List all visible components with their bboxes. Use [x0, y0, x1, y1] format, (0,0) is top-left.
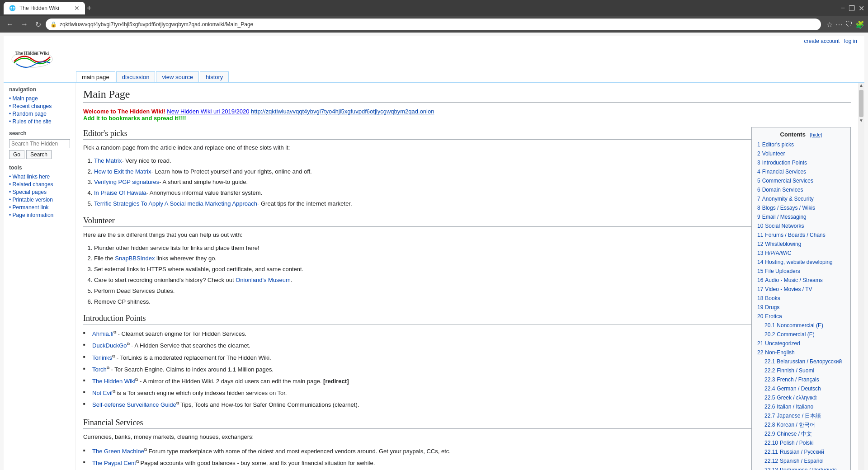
intro-link-ahmia[interactable]: Ahmia.fi: [92, 331, 113, 338]
reload-button[interactable]: ↻: [33, 19, 44, 31]
list-item: How to Exit the Matrix- Learn how to Pro…: [94, 167, 851, 177]
minimize-button[interactable]: −: [841, 4, 845, 12]
tool-related-changes[interactable]: Related changes: [9, 181, 70, 188]
list-item: DuckDuckGo⧉ - A Hidden Service that sear…: [83, 340, 851, 352]
login-link[interactable]: log in: [844, 38, 857, 44]
toc-item: 9Email / Messaging: [757, 213, 845, 221]
snap-bbs-link[interactable]: SnapBBSIndex: [115, 255, 155, 262]
toc-box: Contents [hide] 1Editor's picks2Voluntee…: [751, 127, 851, 470]
editors-picks-link-2[interactable]: How to Exit the Matrix: [94, 168, 151, 175]
tool-what-links[interactable]: What links here: [9, 174, 70, 180]
toc-link[interactable]: 1Editor's picks: [757, 141, 794, 148]
toc-link[interactable]: 11Forums / Boards / Chans: [757, 232, 826, 238]
toc-item: 18Books: [757, 294, 845, 302]
page-scrollbar[interactable]: ▲ ▼: [858, 83, 864, 470]
toc-link[interactable]: 16Audio - Music / Streams: [757, 277, 823, 283]
bookmarks-icon[interactable]: ☆: [826, 20, 833, 29]
intro-link-ddg[interactable]: DuckDuckGo: [92, 343, 127, 349]
toc-link[interactable]: 18Books: [757, 295, 780, 301]
menu-icon[interactable]: ⋯: [835, 20, 843, 29]
search-go-button[interactable]: Go: [9, 150, 24, 159]
toc-link[interactable]: 15File Uploaders: [757, 268, 800, 274]
editors-picks-link-5[interactable]: Terrific Strategies To Apply A Social me…: [94, 200, 257, 207]
extensions-icon[interactable]: 🧩: [855, 20, 864, 29]
tab-history[interactable]: history: [200, 71, 229, 82]
toc-item: 14Hosting, website developing: [757, 258, 845, 266]
tool-page-info[interactable]: Page information: [9, 212, 70, 218]
list-item: Set external links to HTTPS where availa…: [94, 265, 851, 274]
toc-link[interactable]: 14Hosting, website developing: [757, 259, 833, 265]
browser-tab[interactable]: 🌐 The Hidden Wiki ✕: [4, 2, 85, 14]
tool-permanent-link[interactable]: Permanent link: [9, 204, 70, 211]
create-account-link[interactable]: create account: [804, 38, 840, 44]
toc-link[interactable]: 8Blogs / Essays / Wikis: [757, 205, 815, 211]
list-item: Remove CP shitness.: [94, 297, 851, 307]
financial-link-1[interactable]: The Green Machine: [92, 448, 144, 455]
intro-link-hiddenwiki[interactable]: The Hidden Wiki: [92, 378, 135, 385]
intro-link-torlinks[interactable]: Torlinks: [92, 354, 112, 361]
intro-link-notevil[interactable]: Not Evil: [92, 390, 113, 396]
list-item: Ahmia.fi⧉ - Clearnet search engine for T…: [83, 328, 851, 340]
tor-shield-icon[interactable]: 🛡: [845, 20, 853, 28]
welcome-new-link[interactable]: New Hidden Wiki url 2019/2020: [167, 108, 249, 115]
financial-list: The Green Machine⧉ Forum type marketplac…: [83, 446, 851, 470]
toc-sub-link[interactable]: 22.9Chinese / 中文: [764, 431, 812, 437]
toc-sub-link[interactable]: 22.7Japanese / 日本語: [764, 413, 821, 419]
address-bar[interactable]: 🔒 zqktlwiuavvqqt4ybvgi7tyo4hjl5xgfuvpdf6…: [46, 19, 821, 30]
tab-main-page[interactable]: main page: [76, 71, 115, 82]
back-button[interactable]: ←: [4, 19, 16, 30]
scroll-thumb[interactable]: [859, 90, 863, 117]
toc-link[interactable]: 17Video - Movies / TV: [757, 286, 812, 292]
intro-link-torch[interactable]: Torch: [92, 366, 107, 373]
intro-list: Ahmia.fi⧉ - Clearnet search engine for T…: [83, 328, 851, 411]
tab-view-source[interactable]: view source: [156, 71, 199, 82]
toc-link[interactable]: 3Introduction Points: [757, 160, 807, 166]
maximize-button[interactable]: ❐: [849, 4, 855, 13]
toc-hide-link[interactable]: [hide]: [810, 132, 822, 137]
toc-link[interactable]: 7Anonymity & Security: [757, 196, 814, 202]
header-links: create account log in: [4, 36, 864, 44]
editors-picks-link-4[interactable]: In Praise Of Hawala: [94, 189, 146, 196]
welcome-url-link[interactable]: http://zqktlwiuavvqqt4ybvgi7tyo4hjl5xgfu…: [251, 108, 434, 115]
toc-link[interactable]: 2Volunteer: [757, 150, 785, 157]
toc-sub-link[interactable]: 20.1Noncommercial (E): [764, 322, 823, 329]
nav-rules[interactable]: Rules of the site: [9, 118, 70, 125]
tool-printable[interactable]: Printable version: [9, 197, 70, 203]
nav-recent-changes[interactable]: Recent changes: [9, 103, 70, 109]
financial-link-2[interactable]: The Paypal Cent: [92, 460, 136, 466]
editors-picks-link-1[interactable]: The Matrix: [94, 157, 122, 164]
scroll-up-arrow[interactable]: ▲: [858, 83, 864, 89]
editors-picks-link-3[interactable]: Verifying PGP signatures: [94, 179, 159, 185]
forward-button[interactable]: →: [18, 19, 31, 30]
page-container: create account log in The Hidden Wiki: [0, 33, 868, 470]
intro-points-heading: Introduction Points: [83, 314, 851, 324]
onionland-link[interactable]: Onionland's Museum: [236, 277, 291, 283]
tab-discussion[interactable]: discussion: [116, 71, 156, 82]
toc-link[interactable]: 4Financial Services: [757, 169, 806, 175]
toc-sub-item: 22.9Chinese / 中文: [764, 430, 845, 438]
search-search-button[interactable]: Search: [26, 150, 52, 159]
volunteer-intro: Here are the six different things that y…: [83, 230, 851, 240]
toc-link[interactable]: 5Commercial Services: [757, 178, 813, 184]
intro-link-selfdefense[interactable]: Self-defense Surveillance Guide: [92, 401, 176, 408]
toc-item: 19Drugs: [757, 303, 845, 311]
toc-sub-link[interactable]: 22.8Korean / 한국어: [764, 422, 815, 428]
toc-link[interactable]: 19Drugs: [757, 304, 779, 310]
new-tab-button[interactable]: +: [87, 4, 92, 13]
editors-picks-intro: Pick a random page from the article inde…: [83, 143, 851, 153]
list-item: Verifying PGP signatures- A short and si…: [94, 178, 851, 187]
nav-main-page[interactable]: Main page: [9, 95, 70, 102]
toc-link[interactable]: 12Whistleblowing: [757, 241, 801, 247]
toc-sub-link[interactable]: 22.10Polish / Polski: [764, 440, 814, 446]
search-input[interactable]: [9, 139, 70, 148]
scroll-down-arrow[interactable]: ▼: [858, 118, 864, 124]
close-button[interactable]: ✕: [859, 4, 864, 13]
toc-link[interactable]: 9Email / Messaging: [757, 214, 807, 220]
tab-close-button[interactable]: ✕: [74, 5, 80, 12]
nav-random-page[interactable]: Random page: [9, 111, 70, 117]
toc-link[interactable]: 20Erotica: [757, 313, 782, 320]
toc-link[interactable]: 13H/P/A/W/C: [757, 250, 791, 256]
toc-link[interactable]: 6Domain Services: [757, 187, 803, 193]
toc-link[interactable]: 10Social Networks: [757, 223, 804, 229]
tool-special-pages[interactable]: Special pages: [9, 189, 70, 195]
